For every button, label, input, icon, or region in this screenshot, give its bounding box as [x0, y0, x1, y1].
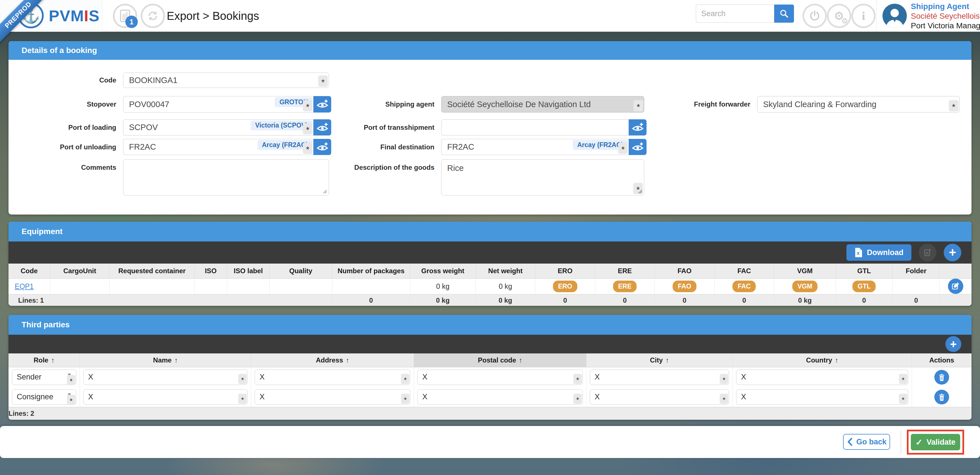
- description-of-goods-textarea[interactable]: Rice: [442, 160, 644, 195]
- app-name: PVMIS: [49, 0, 100, 32]
- total-fac: 0: [714, 294, 774, 306]
- role-select[interactable]: Sender ▼ *: [12, 370, 76, 385]
- booking-list-button[interactable]: 1: [113, 4, 137, 28]
- total-gtl: 0: [836, 294, 892, 306]
- required-marker: *: [720, 374, 728, 384]
- download-button[interactable]: x Download: [846, 244, 912, 261]
- sortable-column-city[interactable]: City↑: [586, 353, 733, 367]
- equipment-code-link[interactable]: EQP1: [15, 282, 34, 290]
- city-input[interactable]: [590, 370, 729, 384]
- add-equipment-button[interactable]: +: [944, 244, 961, 261]
- search-button[interactable]: [774, 5, 794, 23]
- export-bookings-page: PREPROD ⚓ PVMIS 1 Export > Bookings: [0, 0, 980, 475]
- column-header: ERO: [535, 264, 595, 278]
- bottom-action-bar: Go back ✓ Validate: [0, 426, 980, 458]
- column-header: ISO: [194, 264, 227, 278]
- sortable-column-name[interactable]: Name↑: [80, 353, 251, 367]
- city-input[interactable]: [590, 390, 729, 404]
- code-input[interactable]: [123, 73, 329, 87]
- required-marker: *: [401, 394, 409, 404]
- column-header: [940, 264, 972, 278]
- go-back-button[interactable]: Go back: [843, 434, 890, 450]
- role-select[interactable]: Consignee ▼ *: [12, 389, 76, 405]
- delete-third-party-button[interactable]: [934, 390, 949, 404]
- resize-handle-icon[interactable]: [322, 189, 328, 194]
- freight-forwarder-label: Freight forwarder: [649, 100, 757, 108]
- role-value: Consignee: [17, 392, 53, 401]
- equipment-header: Equipment: [8, 222, 972, 241]
- sortable-column-address[interactable]: Address↑: [251, 353, 414, 367]
- info-button[interactable]: i: [851, 4, 876, 28]
- column-label: Role: [33, 356, 48, 364]
- port-of-transshipment-lookup-button[interactable]: [628, 119, 646, 135]
- total-vgm: 0 kg: [774, 294, 836, 306]
- third-parties-toolbar: +: [8, 335, 972, 353]
- sort-asc-icon: ↑: [51, 356, 54, 364]
- column-header: ERE: [595, 264, 655, 278]
- port-of-loading-lookup-button[interactable]: [313, 119, 331, 135]
- total-fao: 0: [655, 294, 714, 306]
- edit-equipment-button[interactable]: [948, 279, 963, 294]
- third-parties-table: Role↑ Name↑ Address↑ Postal code↑ City↑ …: [8, 353, 972, 420]
- required-marker: *: [949, 100, 958, 111]
- required-marker: *: [303, 100, 312, 111]
- gears-icon: ⚙⚙: [834, 10, 844, 22]
- address-input[interactable]: [255, 390, 410, 404]
- stopover-lookup-button[interactable]: [313, 96, 331, 113]
- column-header: CargoUnit: [50, 264, 110, 278]
- copy-document-button[interactable]: [919, 244, 936, 261]
- stopover-label: Stopover: [14, 100, 123, 108]
- search-input[interactable]: [696, 5, 774, 23]
- port-of-transshipment-input[interactable]: [442, 119, 628, 135]
- refresh-button[interactable]: [141, 4, 165, 28]
- sortable-column-country[interactable]: Country↑: [733, 353, 912, 367]
- final-destination-lookup-button[interactable]: [628, 139, 646, 155]
- fac-badge[interactable]: FAC: [732, 281, 756, 292]
- ere-badge[interactable]: ERE: [613, 281, 636, 292]
- third-parties-header-row: Role↑ Name↑ Address↑ Postal code↑ City↑ …: [8, 353, 972, 367]
- user-info[interactable]: Shipping Agent Société Seychelloise D Po…: [911, 2, 980, 30]
- search-box: [696, 5, 794, 23]
- comments-textarea[interactable]: [123, 160, 329, 195]
- postal-code-input[interactable]: [418, 390, 582, 404]
- cargounit-cell: [50, 278, 110, 294]
- total-gross: 0 kg: [410, 294, 476, 306]
- shipping-agent-select[interactable]: Société Seychelloise De Navigation Ltd ▼…: [441, 96, 644, 113]
- equipment-row: EQP1 0 kg 0 kg ERO ERE FAO FAC VGM GTL: [8, 278, 972, 294]
- booking-details-header: Details of a booking: [8, 41, 972, 60]
- sort-asc-icon: ↑: [665, 356, 669, 364]
- fao-badge[interactable]: FAO: [673, 281, 696, 292]
- user-avatar[interactable]: [883, 4, 907, 28]
- validate-button[interactable]: ✓ Validate: [911, 434, 960, 450]
- app-name-s: S: [89, 7, 100, 25]
- vgm-badge[interactable]: VGM: [792, 281, 817, 292]
- description-of-goods-label: Description of the goods: [335, 159, 441, 172]
- third-parties-card: Third parties + Role↑ Name↑ Address↑ Pos…: [8, 315, 972, 420]
- name-input[interactable]: [84, 390, 247, 404]
- svg-text:x: x: [857, 250, 859, 256]
- port-of-unloading-lookup-button[interactable]: [313, 139, 331, 155]
- column-header: ISO label: [227, 264, 269, 278]
- country-input[interactable]: [737, 370, 908, 384]
- ero-badge[interactable]: ERO: [553, 281, 578, 292]
- freight-forwarder-select[interactable]: Skyland Clearing & Forwarding ▼ *: [757, 96, 959, 113]
- sortable-column-role[interactable]: Role↑: [8, 353, 80, 367]
- gtl-badge[interactable]: GTL: [853, 281, 876, 292]
- settings-button[interactable]: ⚙⚙: [827, 4, 851, 28]
- sortable-column-postal-code[interactable]: Postal code↑: [414, 353, 586, 367]
- equipment-toolbar: x Download +: [8, 241, 972, 264]
- postal-code-input[interactable]: [418, 370, 582, 384]
- column-header: Number of packages: [332, 264, 410, 278]
- power-icon: [809, 10, 821, 22]
- logout-button[interactable]: [802, 4, 827, 28]
- eye-plus-icon: [632, 121, 644, 134]
- name-input[interactable]: [84, 370, 247, 384]
- resize-handle-icon[interactable]: [637, 189, 643, 194]
- required-marker: *: [303, 143, 312, 154]
- add-third-party-button[interactable]: +: [945, 336, 961, 352]
- address-input[interactable]: [255, 370, 410, 384]
- delete-third-party-button[interactable]: [934, 370, 949, 384]
- search-icon: [779, 9, 789, 18]
- port-of-transshipment-label: Port of transshipment: [335, 123, 441, 132]
- country-input[interactable]: [737, 390, 908, 404]
